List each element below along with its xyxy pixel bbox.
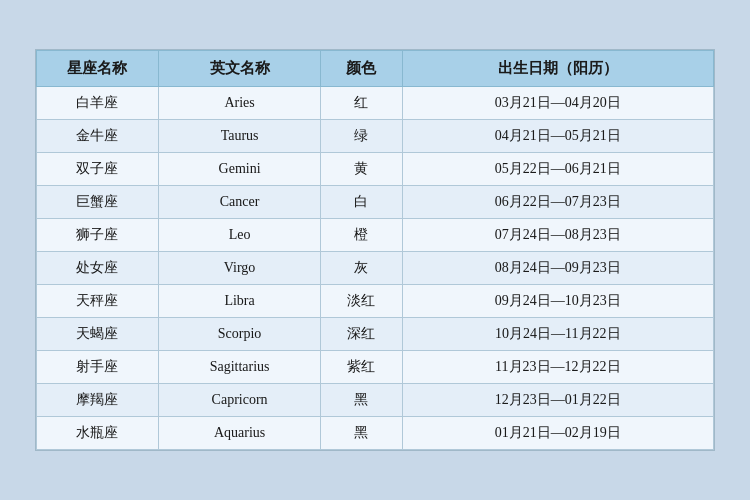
header-color: 颜色 bbox=[321, 51, 402, 87]
cell-date: 06月22日—07月23日 bbox=[402, 186, 713, 219]
cell-zh-name: 射手座 bbox=[37, 351, 159, 384]
cell-date: 12月23日—01月22日 bbox=[402, 384, 713, 417]
cell-en-name: Leo bbox=[158, 219, 320, 252]
cell-color: 黑 bbox=[321, 384, 402, 417]
cell-date: 01月21日—02月19日 bbox=[402, 417, 713, 450]
cell-en-name: Cancer bbox=[158, 186, 320, 219]
cell-date: 03月21日—04月20日 bbox=[402, 87, 713, 120]
table-row: 天秤座Libra淡红09月24日—10月23日 bbox=[37, 285, 714, 318]
table-row: 水瓶座Aquarius黑01月21日—02月19日 bbox=[37, 417, 714, 450]
cell-en-name: Libra bbox=[158, 285, 320, 318]
cell-zh-name: 白羊座 bbox=[37, 87, 159, 120]
cell-zh-name: 天蝎座 bbox=[37, 318, 159, 351]
cell-color: 白 bbox=[321, 186, 402, 219]
cell-date: 09月24日—10月23日 bbox=[402, 285, 713, 318]
cell-en-name: Capricorn bbox=[158, 384, 320, 417]
cell-zh-name: 摩羯座 bbox=[37, 384, 159, 417]
cell-date: 10月24日—11月22日 bbox=[402, 318, 713, 351]
zodiac-table-container: 星座名称 英文名称 颜色 出生日期（阳历） 白羊座Aries红03月21日—04… bbox=[35, 49, 715, 451]
cell-date: 05月22日—06月21日 bbox=[402, 153, 713, 186]
table-row: 狮子座Leo橙07月24日—08月23日 bbox=[37, 219, 714, 252]
table-row: 摩羯座Capricorn黑12月23日—01月22日 bbox=[37, 384, 714, 417]
cell-color: 黄 bbox=[321, 153, 402, 186]
table-row: 白羊座Aries红03月21日—04月20日 bbox=[37, 87, 714, 120]
cell-en-name: Virgo bbox=[158, 252, 320, 285]
cell-en-name: Aquarius bbox=[158, 417, 320, 450]
cell-zh-name: 处女座 bbox=[37, 252, 159, 285]
cell-color: 紫红 bbox=[321, 351, 402, 384]
cell-zh-name: 天秤座 bbox=[37, 285, 159, 318]
table-header-row: 星座名称 英文名称 颜色 出生日期（阳历） bbox=[37, 51, 714, 87]
header-zh-name: 星座名称 bbox=[37, 51, 159, 87]
table-row: 天蝎座Scorpio深红10月24日—11月22日 bbox=[37, 318, 714, 351]
cell-date: 04月21日—05月21日 bbox=[402, 120, 713, 153]
cell-date: 07月24日—08月23日 bbox=[402, 219, 713, 252]
header-en-name: 英文名称 bbox=[158, 51, 320, 87]
cell-zh-name: 金牛座 bbox=[37, 120, 159, 153]
cell-zh-name: 水瓶座 bbox=[37, 417, 159, 450]
cell-color: 黑 bbox=[321, 417, 402, 450]
cell-en-name: Gemini bbox=[158, 153, 320, 186]
cell-color: 绿 bbox=[321, 120, 402, 153]
table-row: 射手座Sagittarius紫红11月23日—12月22日 bbox=[37, 351, 714, 384]
cell-color: 红 bbox=[321, 87, 402, 120]
cell-zh-name: 双子座 bbox=[37, 153, 159, 186]
cell-date: 11月23日—12月22日 bbox=[402, 351, 713, 384]
cell-color: 深红 bbox=[321, 318, 402, 351]
table-row: 处女座Virgo灰08月24日—09月23日 bbox=[37, 252, 714, 285]
cell-en-name: Taurus bbox=[158, 120, 320, 153]
table-row: 巨蟹座Cancer白06月22日—07月23日 bbox=[37, 186, 714, 219]
cell-zh-name: 狮子座 bbox=[37, 219, 159, 252]
table-row: 金牛座Taurus绿04月21日—05月21日 bbox=[37, 120, 714, 153]
header-date: 出生日期（阳历） bbox=[402, 51, 713, 87]
cell-color: 橙 bbox=[321, 219, 402, 252]
cell-color: 淡红 bbox=[321, 285, 402, 318]
cell-en-name: Scorpio bbox=[158, 318, 320, 351]
cell-date: 08月24日—09月23日 bbox=[402, 252, 713, 285]
cell-en-name: Sagittarius bbox=[158, 351, 320, 384]
cell-zh-name: 巨蟹座 bbox=[37, 186, 159, 219]
zodiac-table: 星座名称 英文名称 颜色 出生日期（阳历） 白羊座Aries红03月21日—04… bbox=[36, 50, 714, 450]
table-row: 双子座Gemini黄05月22日—06月21日 bbox=[37, 153, 714, 186]
cell-color: 灰 bbox=[321, 252, 402, 285]
cell-en-name: Aries bbox=[158, 87, 320, 120]
